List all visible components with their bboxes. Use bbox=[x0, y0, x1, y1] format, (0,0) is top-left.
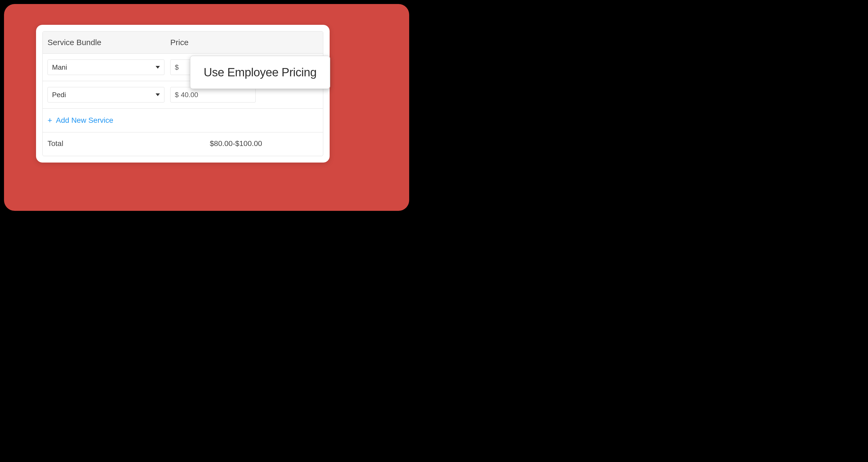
service-bundle-card: Service Bundle Price Mani $ Pedi bbox=[36, 25, 330, 162]
total-row: Total $80.00-$100.00 bbox=[43, 132, 323, 156]
service-select-mani[interactable]: Mani bbox=[48, 60, 164, 75]
service-table: Service Bundle Price Mani $ Pedi bbox=[42, 31, 323, 156]
plus-icon: + bbox=[48, 116, 52, 124]
background-panel: Service Bundle Price Mani $ Pedi bbox=[4, 4, 409, 211]
total-value: $80.00-$100.00 bbox=[210, 139, 262, 148]
price-value: 40.00 bbox=[181, 91, 198, 99]
add-service-button[interactable]: + Add New Service bbox=[43, 109, 323, 132]
total-label: Total bbox=[48, 139, 210, 148]
column-header-price: Price bbox=[170, 38, 318, 47]
price-input-pedi[interactable]: $ 40.00 bbox=[170, 87, 256, 102]
column-header-service: Service Bundle bbox=[48, 38, 170, 47]
currency-symbol: $ bbox=[175, 63, 179, 71]
currency-symbol: $ bbox=[175, 91, 179, 99]
service-select-value: Pedi bbox=[52, 91, 66, 99]
table-header-row: Service Bundle Price bbox=[43, 31, 323, 54]
chevron-down-icon bbox=[156, 93, 160, 96]
tooltip-text: Use Employee Pricing bbox=[204, 66, 316, 79]
service-select-pedi[interactable]: Pedi bbox=[48, 87, 164, 102]
add-service-label: Add New Service bbox=[56, 116, 114, 125]
service-select-value: Mani bbox=[52, 63, 67, 71]
chevron-down-icon bbox=[156, 66, 160, 69]
employee-pricing-tooltip[interactable]: Use Employee Pricing bbox=[190, 56, 330, 89]
